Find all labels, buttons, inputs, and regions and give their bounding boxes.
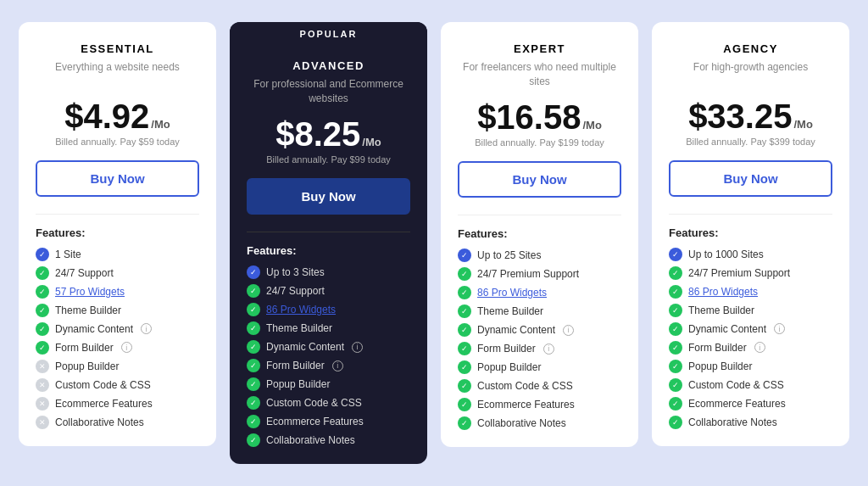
feature-item: ✓ Theme Builder <box>247 321 410 335</box>
feature-text: Collaborative Notes <box>266 434 355 446</box>
buy-button[interactable]: Buy Now <box>669 160 832 197</box>
feature-item: ✓ Up to 1000 Sites <box>669 248 832 261</box>
feature-list: ✓ Up to 3 Sites ✓ 24/7 Support ✓ 86 Pro … <box>247 265 410 447</box>
feature-icon: ✓ <box>669 322 682 336</box>
feature-item: ✓ Theme Builder <box>36 304 199 317</box>
feature-text: Up to 3 Sites <box>266 266 325 278</box>
feature-text: 1 Site <box>55 249 81 260</box>
feature-text: Dynamic Content <box>477 324 555 336</box>
price-amount: $33.25 <box>688 99 792 133</box>
price-period: /Mo <box>582 119 601 131</box>
info-icon: i <box>563 325 574 336</box>
feature-icon: ✓ <box>458 304 471 318</box>
price-period: /Mo <box>151 118 170 131</box>
feature-icon: ✓ <box>247 377 260 391</box>
feature-icon: ✓ <box>669 341 682 355</box>
feature-icon: ✓ <box>247 396 260 410</box>
feature-icon: ✓ <box>247 340 260 354</box>
feature-item: ✓ 24/7 Premium Support <box>458 267 621 281</box>
buy-button[interactable]: Buy Now <box>458 161 621 198</box>
feature-item: ✓ 86 Pro Widgets <box>458 286 621 299</box>
info-icon: i <box>141 323 152 334</box>
feature-text: 24/7 Support <box>55 267 114 279</box>
feature-icon: ✓ <box>669 248 682 261</box>
feature-icon: ✓ <box>458 286 471 299</box>
feature-link[interactable]: 86 Pro Widgets <box>688 286 758 298</box>
feature-text: Theme Builder <box>477 305 543 317</box>
feature-icon: ✓ <box>458 342 471 355</box>
feature-list: ✓ Up to 1000 Sites ✓ 24/7 Premium Suppor… <box>669 248 832 429</box>
plan-title: ADVANCED <box>247 59 410 72</box>
pricing-grid: ESSENTIAL Everything a website needs $4.… <box>19 22 849 465</box>
plan-title: ESSENTIAL <box>36 42 199 55</box>
feature-item: ✓ Popup Builder <box>247 377 410 391</box>
feature-icon: ✓ <box>458 249 471 262</box>
popular-badge: POPULAR <box>230 22 427 46</box>
feature-icon: ✓ <box>458 323 471 337</box>
feature-item: ✓ 57 Pro Widgets <box>36 285 199 299</box>
feature-icon: ✓ <box>247 303 260 316</box>
feature-icon: ✓ <box>36 266 49 280</box>
feature-icon: ✓ <box>247 321 260 335</box>
plan-title: AGENCY <box>669 42 832 55</box>
plan-card-agency: AGENCY For high-growth agencies $33.25 /… <box>652 22 849 446</box>
plan-card-advanced: POPULAR ADVANCED For professional and Ec… <box>230 22 427 465</box>
feature-text: 24/7 Premium Support <box>688 267 790 279</box>
feature-text: Collaborative Notes <box>688 416 777 428</box>
feature-icon: ✓ <box>458 379 471 393</box>
feature-link[interactable]: 57 Pro Widgets <box>55 286 125 298</box>
feature-icon: ✓ <box>669 285 682 299</box>
feature-item: ✓ Dynamic Contenti <box>669 322 832 336</box>
price-amount: $8.25 <box>275 117 360 151</box>
feature-item: ✓ Form Builderi <box>458 342 621 355</box>
feature-icon: ✓ <box>36 248 49 261</box>
feature-item: ✓ 1 Site <box>36 248 199 261</box>
feature-text: Ecommerce Features <box>55 398 153 410</box>
feature-text: Form Builder <box>55 342 114 354</box>
feature-item: ✓ Up to 25 Sites <box>458 249 621 262</box>
feature-icon: ✓ <box>458 398 471 411</box>
features-label: Features: <box>36 226 199 239</box>
feature-icon: ✓ <box>247 359 260 372</box>
features-label: Features: <box>458 227 621 240</box>
feature-text: Ecommerce Features <box>477 399 575 411</box>
price-period: /Mo <box>793 118 812 131</box>
feature-icon: ✓ <box>36 322 49 336</box>
feature-text: 24/7 Premium Support <box>477 268 579 280</box>
feature-text: 24/7 Support <box>266 285 325 297</box>
feature-icon: ✓ <box>669 266 682 280</box>
feature-item: ✓ Ecommerce Features <box>669 397 832 411</box>
feature-icon: ✓ <box>669 378 682 392</box>
feature-icon: ✓ <box>247 284 260 298</box>
feature-item: ✓ Up to 3 Sites <box>247 265 410 279</box>
feature-item: ✓ Custom Code & CSS <box>458 379 621 393</box>
feature-item: ✓ Collaborative Notes <box>247 433 410 447</box>
feature-item: ✓ 24/7 Support <box>36 266 199 280</box>
feature-item: ✓ Collaborative Notes <box>669 416 832 429</box>
info-icon: i <box>754 342 765 353</box>
feature-text: Ecommerce Features <box>688 398 786 410</box>
feature-text: Up to 1000 Sites <box>688 249 764 260</box>
feature-text: Custom Code & CSS <box>55 379 151 391</box>
feature-text: Dynamic Content <box>688 323 766 335</box>
feature-icon: ✕ <box>36 416 49 429</box>
feature-text: Theme Builder <box>55 304 121 316</box>
buy-button[interactable]: Buy Now <box>247 178 410 215</box>
price-row: $16.58 /Mo <box>458 100 621 134</box>
plan-title: EXPERT <box>458 42 621 55</box>
feature-item: ✓ Collaborative Notes <box>458 416 621 430</box>
feature-text: Form Builder <box>688 342 747 354</box>
feature-item: ✕ Custom Code & CSS <box>36 378 199 392</box>
feature-text: Popup Builder <box>688 360 752 372</box>
buy-button[interactable]: Buy Now <box>36 160 199 197</box>
feature-link[interactable]: 86 Pro Widgets <box>477 287 547 299</box>
plan-card-essential: ESSENTIAL Everything a website needs $4.… <box>19 22 216 446</box>
price-billing: Billed annually. Pay $399 today <box>669 137 832 147</box>
feature-link[interactable]: 86 Pro Widgets <box>266 304 336 316</box>
info-icon: i <box>543 344 554 355</box>
plan-subtitle: Everything a website needs <box>36 60 199 87</box>
feature-item: ✓ 24/7 Premium Support <box>669 266 832 280</box>
feature-list: ✓ Up to 25 Sites ✓ 24/7 Premium Support … <box>458 249 621 430</box>
info-icon: i <box>352 342 363 353</box>
feature-icon: ✓ <box>36 304 49 317</box>
